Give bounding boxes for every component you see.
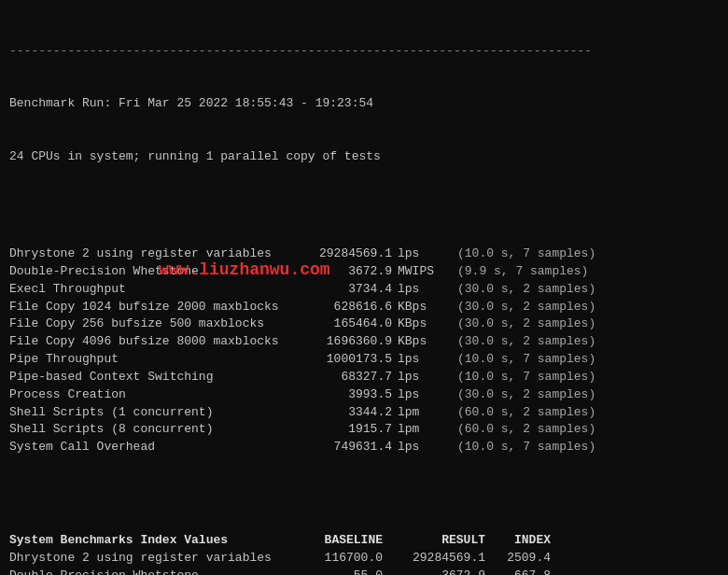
benchmark-value: 165464.0 [289,316,392,333]
benchmark-unit: lps [398,439,454,456]
benchmark-value: 3993.5 [289,386,392,404]
index-header-row: System Benchmarks Index ValuesBASELINERE… [9,532,719,550]
index-data-row: Double-Precision Whetstone55.03672.9667.… [9,568,719,575]
benchmark-label: File Copy 1024 bufsize 2000 maxblocks [9,299,289,316]
benchmarks-section: Dhrystone 2 using register variables2928… [9,245,719,456]
benchmark-note: (60.0 s, 2 samples) [457,404,595,422]
header-line2: 24 CPUs in system; running 1 parallel co… [9,148,719,166]
benchmark-note: (30.0 s, 2 samples) [457,316,595,333]
benchmark-row: Dhrystone 2 using register variables2928… [9,245,719,263]
benchmark-value: 68327.7 [289,369,392,386]
benchmark-row: Execl Throughput3734.4lps(30.0 s, 2 samp… [9,281,719,299]
terminal-output: ----------------------------------------… [9,7,719,575]
index-header-baseline: BASELINE [289,532,383,550]
benchmark-note: (30.0 s, 2 samples) [457,299,595,316]
benchmark-value: 1915.7 [289,421,392,439]
index-section: System Benchmarks Index ValuesBASELINERE… [9,532,719,575]
benchmark-label: File Copy 256 bufsize 500 maxblocks [9,316,289,333]
benchmark-unit: MWIPS [398,263,454,281]
watermark: www.liuzhanwu.com [159,258,330,282]
benchmark-note: (30.0 s, 2 samples) [457,333,595,351]
benchmark-row: Double-Precision Whetstone3672.9MWIPS(9.… [9,263,719,281]
benchmark-note: (10.0 s, 7 samples) [457,439,595,456]
benchmark-label: Pipe Throughput [9,351,289,369]
index-row-baseline: 116700.0 [289,550,383,568]
index-header-index: INDEX [485,532,551,550]
benchmark-unit: lps [398,245,454,263]
benchmark-label: Shell Scripts (1 concurrent) [9,404,289,422]
benchmark-unit: lps [398,281,454,299]
benchmark-row: System Call Overhead749631.4lps(10.0 s, … [9,439,719,456]
index-header-result: RESULT [383,532,485,550]
benchmark-value: 749631.4 [289,439,392,456]
benchmark-note: (10.0 s, 7 samples) [457,351,595,369]
index-row-result: 3672.9 [383,568,485,575]
benchmark-value: 628616.6 [289,299,392,316]
index-row-index: 2509.4 [485,550,551,568]
index-row-index: 667.8 [485,568,551,575]
benchmark-value: 3734.4 [289,281,392,299]
benchmark-row: Shell Scripts (1 concurrent)3344.2lpm(60… [9,404,719,422]
benchmark-note: (9.9 s, 7 samples) [457,263,588,281]
benchmark-label: File Copy 4096 bufsize 8000 maxblocks [9,333,289,351]
benchmark-label: Process Creation [9,386,289,404]
benchmark-row: Pipe Throughput1000173.5lps(10.0 s, 7 sa… [9,351,719,369]
benchmark-row: Pipe-based Context Switching68327.7lps(1… [9,369,719,386]
index-row-result: 29284569.1 [383,550,485,568]
benchmark-unit: KBps [398,299,454,316]
benchmark-row: File Copy 256 bufsize 500 maxblocks16546… [9,316,719,333]
benchmark-unit: lpm [398,404,454,422]
separator-top: ----------------------------------------… [9,43,719,61]
benchmark-note: (30.0 s, 2 samples) [457,281,595,299]
benchmark-label: Shell Scripts (8 concurrent) [9,421,289,439]
index-row-label: Dhrystone 2 using register variables [9,550,289,568]
benchmark-unit: KBps [398,333,454,351]
benchmark-value: 1000173.5 [289,351,392,369]
benchmark-note: (10.0 s, 7 samples) [457,245,595,263]
benchmark-value: 3344.2 [289,404,392,422]
benchmark-unit: lps [398,386,454,404]
benchmark-row: Shell Scripts (8 concurrent)1915.7lpm(60… [9,421,719,439]
benchmark-label: Execl Throughput [9,281,289,299]
index-header-label: System Benchmarks Index Values [9,532,289,550]
benchmark-row: File Copy 4096 bufsize 8000 maxblocks169… [9,333,719,351]
benchmark-note: (60.0 s, 2 samples) [457,421,595,439]
index-row-baseline: 55.0 [289,568,383,575]
benchmark-row: Process Creation3993.5lps(30.0 s, 2 samp… [9,386,719,404]
benchmark-unit: KBps [398,316,454,333]
benchmark-unit: lps [398,351,454,369]
index-row-label: Double-Precision Whetstone [9,568,289,575]
benchmark-note: (10.0 s, 7 samples) [457,369,595,386]
benchmark-value: 1696360.9 [289,333,392,351]
benchmark-note: (30.0 s, 2 samples) [457,386,595,404]
benchmark-label: Pipe-based Context Switching [9,369,289,386]
benchmark-label: System Call Overhead [9,439,289,456]
index-data-row: Dhrystone 2 using register variables1167… [9,550,719,568]
benchmark-unit: lpm [398,421,454,439]
header-line1: Benchmark Run: Fri Mar 25 2022 18:55:43 … [9,95,719,113]
benchmark-row: File Copy 1024 bufsize 2000 maxblocks628… [9,299,719,316]
benchmark-unit: lps [398,369,454,386]
